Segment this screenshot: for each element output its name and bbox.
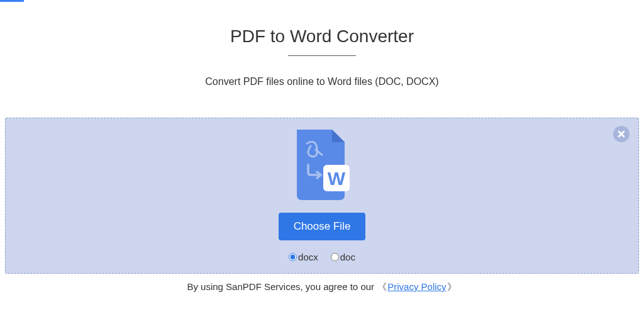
privacy-policy-link[interactable]: Privacy Policy — [387, 281, 446, 292]
page-title: PDF to Word Converter — [230, 26, 414, 47]
pdf-to-word-icon: W — [292, 130, 352, 203]
format-options: docx doc — [289, 252, 355, 262]
top-accent-bar — [0, 0, 24, 2]
footer-prefix: By using SanPDF Services, you agree to o… — [187, 281, 377, 292]
title-underline — [288, 55, 356, 56]
upload-zone[interactable]: W Choose File docx doc — [5, 118, 639, 274]
radio-doc[interactable] — [331, 253, 339, 261]
page-subtitle: Convert PDF files online to Word files (… — [0, 76, 644, 87]
footer-text: By using SanPDF Services, you agree to o… — [0, 281, 644, 293]
close-button[interactable] — [613, 126, 630, 142]
format-label-docx: docx — [298, 252, 318, 262]
format-option-doc[interactable]: doc — [331, 252, 355, 262]
header: PDF to Word Converter — [0, 0, 644, 56]
choose-file-button[interactable]: Choose File — [279, 213, 366, 240]
bracket-close: 》 — [447, 281, 457, 292]
format-option-docx[interactable]: docx — [289, 252, 318, 262]
close-icon — [618, 130, 625, 138]
radio-docx[interactable] — [289, 253, 297, 261]
bracket-open: 《 — [377, 281, 387, 292]
svg-text:W: W — [328, 168, 346, 189]
format-label-doc: doc — [340, 252, 355, 262]
